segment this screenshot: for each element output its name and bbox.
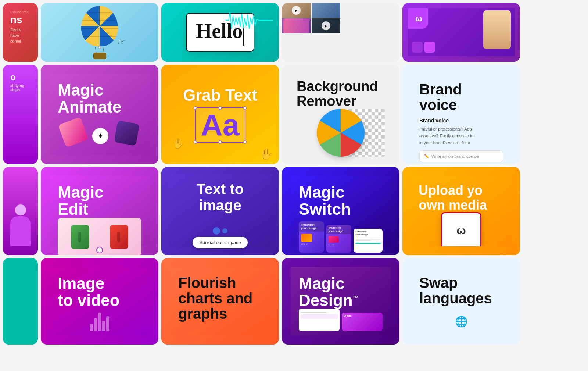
omega-logo: ω	[415, 14, 422, 24]
cell-balloon: ☞	[41, 3, 158, 62]
edit-indicator	[96, 247, 103, 253]
brand-voice-title: Brandvoice	[419, 82, 503, 113]
switch-card-1: Transformyour design ω ω ω	[299, 221, 324, 253]
upload-frame: ω	[441, 212, 481, 246]
cell-magic-design: MagicDesign™ Dream	[282, 258, 399, 345]
cell-hello: Hello	[161, 3, 279, 62]
cell-brand-voice: Brandvoice Brand voice Playful or profes…	[402, 65, 520, 164]
image-to-video-title: Imageto video	[58, 275, 141, 309]
media-cell-2	[312, 3, 341, 18]
magic-design-title: MagicDesign™	[299, 275, 383, 309]
magic-switch-title: MagicSwitch	[299, 184, 383, 218]
design-mockup-2: Dream	[342, 313, 383, 331]
handle-tr	[243, 106, 247, 110]
grab-cursor-icon: ✋	[172, 138, 184, 149]
cell-image-to-video: Imageto video	[41, 258, 158, 345]
cell-swap-languages: Swaplanguages 🌐	[402, 258, 520, 345]
r2c1-subtext: al flying eleph	[10, 84, 31, 92]
globe-icon: 🌐	[455, 315, 468, 328]
cell-r1c6-empty	[523, 3, 588, 62]
handle-br	[243, 140, 247, 144]
r2c1-letter: o	[10, 72, 31, 82]
upload-omega: ω	[456, 224, 466, 237]
beach-ball	[317, 109, 365, 157]
bottom-blocks	[412, 42, 435, 53]
media-cell-1: ▶	[282, 3, 311, 18]
swap-languages-title: Swaplanguages	[419, 275, 503, 306]
shape-pink	[58, 117, 89, 147]
cell-brand-purple: ω	[402, 3, 520, 62]
cell-r2c6-empty	[523, 65, 588, 164]
backpack-red	[110, 225, 128, 249]
bg-remover-title: BackgroundRemover	[297, 79, 385, 109]
cell-background-remover: BackgroundRemover	[282, 65, 399, 164]
brand-voice-input[interactable]: ✏️ Write an on-brand compa	[419, 150, 503, 162]
surreal-input[interactable]: Surreal outer space	[193, 237, 247, 248]
switch-card-3: Transformyour design	[354, 229, 383, 253]
r1c1-body: Feel v have conne	[10, 27, 31, 44]
play-button-1[interactable]: ▶	[292, 6, 301, 15]
cell-r4c6-empty	[523, 258, 588, 345]
cell-upload-media: Upload yoown media ω	[402, 167, 520, 255]
grab-text-title: Grab Text	[183, 86, 257, 104]
magic-edit-title: MagicEdit	[58, 184, 141, 218]
cell-r2c1: o al flying eleph	[3, 65, 38, 164]
cell-magic-edit: MagicEdit	[41, 167, 158, 255]
shape-dark	[114, 120, 140, 146]
pencil-icon: ✏️	[424, 154, 429, 159]
sparkle-circle: ✦	[92, 128, 108, 144]
handle-bl	[194, 140, 197, 144]
upload-title: Upload yoown media	[419, 183, 504, 212]
cell-flourish: Flourishcharts andgraphs	[161, 258, 279, 345]
cursor-icon: ☞	[117, 37, 125, 47]
cell-r4c1-teal	[3, 258, 38, 345]
cell-magic-switch: MagicSwitch Transformyour design ω ω ω T…	[282, 167, 399, 255]
handle-tl	[194, 106, 197, 110]
cell-r3c6-empty	[523, 167, 588, 255]
media-cell-3	[282, 18, 311, 33]
switch-card-2: Transformyour design ω ω ω	[326, 225, 352, 253]
sound-wave-icon	[226, 10, 273, 31]
r1c1-title: ns	[10, 14, 31, 26]
design-mockup-1	[299, 309, 340, 331]
brand-voice-desc: Playful or professional? Appassertive? E…	[419, 126, 503, 146]
play-button-2[interactable]: ▶	[322, 21, 330, 30]
text-to-image-title: Text to image	[175, 181, 265, 213]
aa-text: Aa	[201, 110, 240, 140]
flourish-title: Flourishcharts andgraphs	[178, 275, 262, 321]
handle-bm	[218, 140, 222, 144]
cell-r1c1: Ground ???? ns Feel v have conne	[3, 3, 38, 62]
main-grid: Ground ???? ns Feel v have conne	[0, 0, 588, 371]
cell-r3c1-person	[3, 167, 38, 255]
brand-voice-placeholder: Write an on-brand compa	[431, 154, 479, 158]
cell-media-grid: ▶ ▶	[282, 3, 399, 62]
backpack-green	[71, 225, 89, 249]
magic-animate-title: MagicAnimate	[58, 82, 141, 115]
portrait-area	[483, 10, 511, 49]
cell-magic-animate: MagicAnimate ✦	[41, 65, 158, 164]
handle-tm	[218, 106, 222, 110]
brand-voice-subtitle: Brand voice	[419, 118, 503, 124]
media-cell-4: ▶	[312, 18, 341, 33]
cell-text-to-image: Text to image Surreal outer space	[161, 167, 279, 255]
r1c1-subtitle: Ground ????	[10, 10, 31, 14]
cell-grab-text: Grab Text Aa ✋ 🤚	[161, 65, 279, 164]
hand-icon: 🤚	[260, 147, 273, 160]
